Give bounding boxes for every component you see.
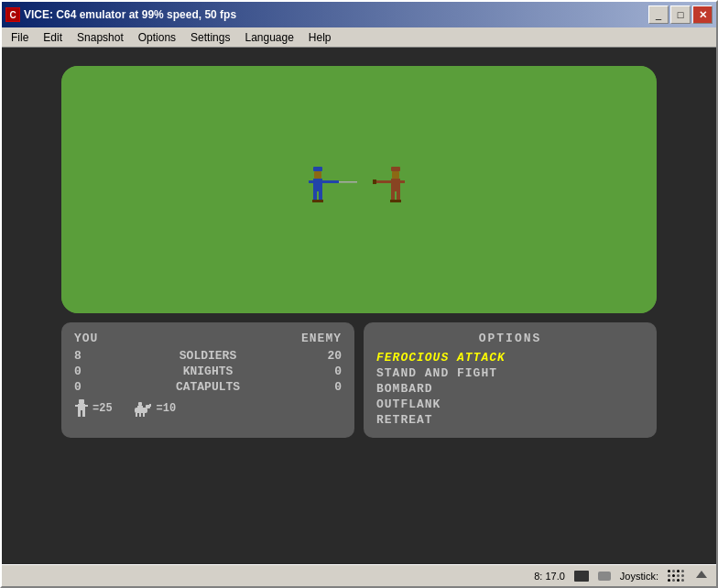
svg-rect-4 xyxy=(313,167,322,171)
horse-value: =10 xyxy=(157,402,177,415)
main-window: C VICE: C64 emulator at 99% speed, 50 fp… xyxy=(0,0,718,588)
game-screen xyxy=(61,66,657,313)
close-button[interactable]: ✕ xyxy=(692,5,713,24)
hud-right-panel: OPTIONS FEROCIOUS ATTACK STAND AND FIGHT… xyxy=(364,322,657,438)
foot-soldier-icon xyxy=(74,399,89,418)
you-soldiers: 8 xyxy=(74,349,92,363)
svg-rect-16 xyxy=(399,180,405,183)
svg-rect-8 xyxy=(339,181,357,183)
svg-rect-32 xyxy=(136,413,137,417)
horse-soldier-icon xyxy=(131,399,153,418)
options-title: OPTIONS xyxy=(376,332,644,345)
svg-rect-20 xyxy=(397,191,400,201)
svg-rect-35 xyxy=(138,402,142,406)
hud-container: YOU ENEMY 8 SOLDIERS 20 0 KNIGHTS 0 0 CA… xyxy=(61,322,657,438)
menu-file[interactable]: File xyxy=(4,29,36,46)
svg-rect-2 xyxy=(61,66,657,313)
knights-label: KNIGHTS xyxy=(92,365,323,378)
enemy-catapults: 0 xyxy=(323,380,342,394)
dot-6 xyxy=(672,574,675,577)
svg-marker-37 xyxy=(696,571,707,578)
joystick-dots xyxy=(668,570,685,583)
option-ferocious-attack[interactable]: FEROCIOUS ATTACK xyxy=(376,351,644,365)
menu-bar: File Edit Snapshot Options Settings Lang… xyxy=(2,27,716,48)
svg-rect-21 xyxy=(390,200,396,202)
joystick-label: Joystick: xyxy=(620,571,658,582)
svg-rect-14 xyxy=(391,167,400,171)
svg-rect-24 xyxy=(78,404,85,410)
dot-9 xyxy=(668,579,670,582)
svg-rect-27 xyxy=(78,410,81,417)
app-icon: C xyxy=(5,7,20,22)
svg-rect-11 xyxy=(312,200,318,202)
svg-rect-13 xyxy=(392,171,399,179)
svg-rect-10 xyxy=(319,191,322,201)
svg-rect-36 xyxy=(137,406,143,409)
svg-rect-34 xyxy=(143,413,145,417)
svg-rect-9 xyxy=(313,191,317,201)
drive-icon xyxy=(574,571,589,582)
speed-display: 8: 17.0 xyxy=(534,571,565,582)
dot-1 xyxy=(668,570,670,572)
enemy-soldiers: 20 xyxy=(323,349,342,363)
main-content: YOU ENEMY 8 SOLDIERS 20 0 KNIGHTS 0 0 CA… xyxy=(2,48,716,564)
dot-12 xyxy=(681,579,684,582)
title-bar: C VICE: C64 emulator at 99% speed, 50 fp… xyxy=(2,2,716,27)
svg-rect-12 xyxy=(318,200,323,202)
svg-rect-25 xyxy=(75,405,79,407)
you-knights: 0 xyxy=(74,365,92,378)
catapults-row: 0 CATAPULTS 0 xyxy=(74,380,342,394)
menu-help[interactable]: Help xyxy=(301,29,339,46)
enemy-label: ENEMY xyxy=(301,332,342,345)
menu-options[interactable]: Options xyxy=(131,29,183,46)
hud-left-panel: YOU ENEMY 8 SOLDIERS 20 0 KNIGHTS 0 0 CA… xyxy=(61,322,354,438)
you-catapults: 0 xyxy=(74,380,92,394)
dot-8 xyxy=(681,574,684,577)
dot-7 xyxy=(677,574,680,577)
svg-rect-23 xyxy=(79,399,84,404)
svg-rect-6 xyxy=(309,180,314,183)
you-label: YOU xyxy=(74,332,98,345)
svg-rect-28 xyxy=(82,410,85,417)
dot-10 xyxy=(672,579,675,582)
menu-language[interactable]: Language xyxy=(237,29,300,46)
hud-title-row: YOU ENEMY xyxy=(74,332,342,345)
option-stand-and-fight[interactable]: STAND AND FIGHT xyxy=(376,366,644,380)
svg-rect-15 xyxy=(391,179,400,191)
soldiers-label: SOLDIERS xyxy=(92,349,323,363)
horse-icon-item: =10 xyxy=(131,399,177,418)
maximize-button[interactable]: □ xyxy=(670,5,691,24)
catapults-label: CATAPULTS xyxy=(92,380,323,394)
minimize-button[interactable]: _ xyxy=(648,5,669,24)
hud-icons: =25 xyxy=(74,399,342,418)
svg-rect-22 xyxy=(396,200,401,202)
menu-settings[interactable]: Settings xyxy=(183,29,237,46)
tape-icon xyxy=(598,572,611,581)
svg-rect-31 xyxy=(149,404,151,407)
option-retreat[interactable]: RETREAT xyxy=(376,413,644,427)
battle-scene xyxy=(61,66,657,313)
window-controls: _ □ ✕ xyxy=(648,5,713,24)
dot-11 xyxy=(677,579,680,582)
dot-5 xyxy=(668,574,670,577)
option-bombard[interactable]: BOMBARD xyxy=(376,382,644,396)
svg-rect-7 xyxy=(322,180,339,183)
battle-svg xyxy=(61,66,657,313)
svg-rect-5 xyxy=(313,179,322,191)
option-outflank[interactable]: OUTFLANK xyxy=(376,397,644,411)
soldiers-row: 8 SOLDIERS 20 xyxy=(74,349,342,363)
menu-snapshot[interactable]: Snapshot xyxy=(70,29,131,46)
menu-edit[interactable]: Edit xyxy=(36,29,70,46)
svg-rect-17 xyxy=(375,180,391,183)
svg-rect-19 xyxy=(391,191,395,201)
dot-2 xyxy=(672,570,675,572)
svg-text:C: C xyxy=(9,10,16,20)
svg-rect-26 xyxy=(84,405,88,407)
enemy-knights: 0 xyxy=(323,365,342,378)
svg-rect-33 xyxy=(139,413,141,417)
dot-3 xyxy=(677,570,680,572)
knights-row: 0 KNIGHTS 0 xyxy=(74,365,342,378)
dot-4 xyxy=(681,570,684,572)
window-title: VICE: C64 emulator at 99% speed, 50 fps xyxy=(24,8,645,21)
svg-rect-18 xyxy=(373,180,376,184)
